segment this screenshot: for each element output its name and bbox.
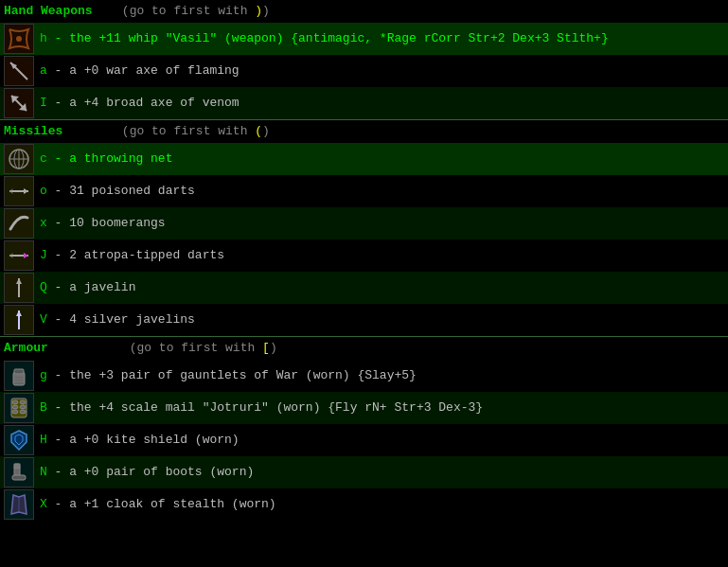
- item-text-whip: h - the +11 whip "Vasil" (weapon) {antim…: [40, 29, 609, 48]
- item-text-darts: o - 31 poisoned darts: [40, 182, 195, 201]
- svg-rect-21: [14, 369, 24, 374]
- net-icon: [4, 144, 34, 174]
- boots-icon: [4, 457, 34, 487]
- svg-point-29: [20, 405, 26, 409]
- app-container: Hand Weapons (go to first with )) h - th…: [0, 0, 728, 521]
- armour-header: Armour (go to first with [): [0, 336, 728, 360]
- atropa-dart-icon: [4, 240, 34, 271]
- item-text-kite-shield: H - a +0 kite shield (worn): [40, 431, 240, 450]
- item-row-scale-mail: B - the +4 scale mail "Jotruri" (worn) {…: [0, 392, 728, 424]
- hand-weapons-nav: (go to first with: [99, 4, 255, 18]
- svg-rect-34: [14, 464, 20, 469]
- item-text-scale-mail: B - the +4 scale mail "Jotruri" (worn) {…: [40, 399, 483, 417]
- item-row-broad-axe: I - a +4 broad axe of venom: [0, 87, 728, 119]
- svg-marker-17: [16, 278, 22, 284]
- item-text-atropa-darts: J - 2 atropa-tipped darts: [40, 246, 224, 265]
- item-row-cloak: X - a +1 cloak of stealth (worn): [0, 488, 728, 521]
- item-row-gauntlets: g - the +3 pair of gauntlets of War (wor…: [0, 360, 728, 392]
- item-text-boots: N - a +0 pair of boots (worn): [40, 463, 254, 482]
- item-text-net: c - a throwing net: [40, 150, 172, 168]
- armour-nav: (go to first with: [56, 341, 262, 355]
- svg-marker-11: [24, 188, 28, 194]
- boomerang-icon: [4, 208, 34, 239]
- item-text-gauntlets: g - the +3 pair of gauntlets of War (wor…: [40, 366, 417, 385]
- missiles-label: Missiles: [4, 124, 62, 138]
- item-text-boomerangs: x - 10 boomerangs: [40, 214, 166, 233]
- svg-point-0: [16, 36, 22, 42]
- svg-point-27: [20, 400, 26, 404]
- missiles-key: (: [255, 124, 262, 138]
- item-row-whip: h - the +11 whip "Vasil" (weapon) {antim…: [0, 23, 728, 55]
- item-text-broad-axe: I - a +4 broad axe of venom: [40, 94, 240, 113]
- broad-axe-icon: [4, 88, 34, 118]
- item-text-cloak: X - a +1 cloak of stealth (worn): [40, 495, 276, 514]
- hand-weapons-label: Hand Weapons: [4, 4, 93, 18]
- item-row-war-axe: a - a +0 war axe of flaming: [0, 55, 728, 87]
- hand-weapons-header: Hand Weapons (go to first with )): [0, 0, 728, 23]
- armour-key: [: [262, 341, 270, 355]
- item-text-silver-javelins: V - 4 silver javelins: [40, 310, 195, 329]
- item-row-silver-javelins: V - 4 silver javelins: [0, 304, 728, 336]
- item-text-javelin: Q - a javelin: [40, 278, 135, 297]
- item-row-darts: o - 31 poisoned darts: [0, 175, 728, 207]
- item-row-atropa-darts: J - 2 atropa-tipped darts: [0, 239, 728, 272]
- armour-label: Armour: [4, 341, 48, 355]
- item-row-kite-shield: H - a +0 kite shield (worn): [0, 424, 728, 456]
- javelin-icon: [4, 273, 34, 303]
- svg-marker-19: [16, 310, 22, 316]
- svg-point-31: [20, 410, 26, 414]
- dart-icon: [4, 176, 34, 206]
- svg-rect-33: [12, 475, 26, 480]
- item-row-javelin: Q - a javelin: [0, 272, 728, 304]
- missiles-nav: (go to first with: [70, 124, 255, 138]
- scale-mail-icon: [4, 393, 34, 423]
- svg-marker-14: [24, 253, 28, 258]
- item-row-boots: N - a +0 pair of boots (worn): [0, 456, 728, 488]
- war-axe-icon: [4, 56, 34, 86]
- svg-point-30: [12, 410, 18, 414]
- hand-weapons-key: ): [255, 4, 262, 18]
- item-text-war-axe: a - a +0 war axe of flaming: [40, 62, 240, 80]
- silver-javelin-icon: [4, 305, 34, 335]
- kite-shield-icon: [4, 425, 34, 455]
- item-row-net: c - a throwing net: [0, 143, 728, 175]
- svg-point-26: [12, 400, 18, 404]
- gauntlets-icon: [4, 361, 34, 391]
- missiles-header: Missiles (go to first with (): [0, 119, 728, 143]
- svg-point-28: [12, 405, 18, 409]
- whip-icon: [4, 24, 34, 54]
- item-row-boomerangs: x - 10 boomerangs: [0, 207, 728, 239]
- cloak-icon: [4, 489, 34, 520]
